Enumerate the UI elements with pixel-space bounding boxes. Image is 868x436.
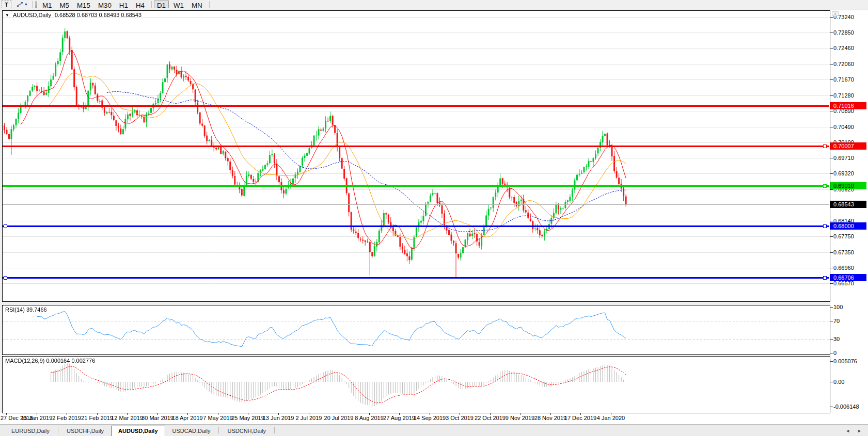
support-line-green[interactable]: [3, 185, 829, 187]
support-line-blue-upper-handle-left[interactable]: [4, 224, 7, 228]
date-label: 2 Jul 2019: [296, 415, 322, 421]
support-line-blue-upper-handle-right[interactable]: [823, 224, 827, 228]
timeframe-button-m15[interactable]: M15: [74, 1, 93, 8]
tab-separator: [218, 427, 219, 433]
support-line-blue-lower-handle-left[interactable]: [4, 276, 7, 280]
price-axis-tick: [830, 33, 833, 33]
price-axis-tick: [830, 268, 833, 268]
price-axis-label: 0.70490: [833, 124, 854, 130]
rsi-axis-tick: [830, 321, 833, 321]
tab-separator: [58, 427, 58, 433]
macd-axis-label: 0.005076: [833, 358, 857, 364]
price-axis-tick: [830, 158, 833, 158]
date-label: 14 Sep 2019: [414, 415, 446, 421]
date-label: 13 Jun 2019: [263, 415, 294, 421]
resistance-line-lower-handle-right[interactable]: [823, 144, 827, 148]
date-label: 12 Mar 2019: [111, 415, 143, 421]
date-label: 17 Dec 2019: [564, 415, 596, 421]
toolbar-grip[interactable]: [35, 1, 37, 8]
rsi-axis-tick: [830, 307, 833, 308]
price-axis-label: 0.67350: [833, 249, 854, 255]
support-line-blue-lower-handle-right[interactable]: [823, 276, 827, 280]
timeframe-button-h1[interactable]: H1: [116, 1, 131, 8]
resistance-line-lower-price-tag: 0.70007: [830, 142, 866, 150]
timeframe-button-d1[interactable]: D1: [154, 1, 169, 8]
price-axis-label: 0.67750: [833, 233, 854, 239]
rsi-canvas[interactable]: [3, 305, 830, 354]
timeframe-button-m1[interactable]: M1: [39, 1, 55, 8]
price-axis-tick: [830, 236, 833, 237]
date-label: 3 Oct 2019: [446, 415, 474, 421]
rsi-axis-label: 0: [833, 350, 837, 356]
tab-scroll-left-icon[interactable]: ◄: [845, 428, 850, 433]
support-line-blue-upper[interactable]: [3, 225, 829, 227]
chart-title: ▼ AUDUSD,Daily 0.68528 0.68703 0.68493 0…: [5, 12, 141, 18]
price-axis-label: 0.66960: [833, 265, 854, 271]
price-axis-tick: [830, 173, 833, 174]
date-label: 20 Jul 2019: [324, 415, 354, 421]
resistance-line-lower[interactable]: [3, 146, 829, 147]
chart-tab-usdcnh[interactable]: USDCNH,Daily: [220, 426, 273, 436]
support-line-blue-lower[interactable]: [3, 277, 829, 279]
timeframe-button-m30[interactable]: M30: [95, 1, 115, 8]
price-axis-tick: [830, 189, 833, 190]
macd-axis-label: -0.006148: [833, 403, 859, 410]
chart-tab-bar: EURUSD,DailyUSDCHF,DailyAUDUSD,DailyUSDC…: [0, 424, 868, 436]
resistance-line-upper-price-tag: 0.71016: [830, 102, 866, 109]
chart-tab-audusd[interactable]: AUDUSD,Daily: [111, 426, 165, 436]
rsi-axis-label: 100: [833, 304, 843, 310]
date-label: 4 Jan 2020: [597, 415, 625, 421]
chart-tab-eurusd[interactable]: EURUSD,Daily: [4, 426, 57, 436]
timeframe-button-mn[interactable]: MN: [188, 1, 206, 8]
toolbar: T ↗↙ ▼ M1M5M15M30H1H4D1W1MN: [0, 0, 868, 9]
date-label: 27 Aug 2019: [383, 415, 415, 421]
timeframe-button-m5[interactable]: M5: [56, 1, 72, 8]
date-label: 25 May 2019: [231, 415, 264, 421]
macd-label: MACD(12,26,9) 0.000164 0.002776: [5, 358, 95, 364]
price-axis-tick: [830, 64, 833, 64]
price-axis-tick: [830, 283, 833, 284]
date-label: 21 Feb 2019: [81, 415, 113, 421]
chart-tab-usdchf[interactable]: USDCHF,Daily: [59, 426, 111, 436]
tab-scroll-buttons: ◄►: [845, 428, 868, 436]
price-axis-tick: [830, 252, 833, 253]
timeframe-button-w1[interactable]: W1: [170, 1, 187, 8]
price-axis-label: 0.72460: [833, 45, 854, 51]
macd-panel: MACD(12,26,9) 0.000164 0.002776: [2, 356, 830, 413]
price-axis-label: 0.71280: [833, 92, 854, 99]
cursor-tool-button[interactable]: ↗↙ ▼: [14, 1, 30, 8]
date-label: 15 Jan 2019: [21, 415, 53, 421]
support-line-blue-upper-price-tag: 0.68000: [830, 222, 866, 230]
timeframe-button-h4[interactable]: H4: [133, 1, 148, 8]
rsi-axis-tick: [830, 339, 833, 340]
macd-axis-tick: [830, 407, 833, 407]
chart-menu-icon[interactable]: ▼: [5, 13, 9, 18]
price-axis-label: 0.69710: [833, 155, 854, 161]
price-chart-panel: ▼ AUDUSD,Daily 0.68528 0.68703 0.68493 0…: [2, 10, 830, 302]
price-axis-tick: [830, 79, 833, 80]
macd-axis-label: 0.00: [833, 379, 844, 385]
rsi-axis-label: 70: [833, 318, 840, 324]
price-axis-tick: [830, 95, 833, 96]
date-label: 22 Oct 2019: [475, 415, 506, 421]
price-axis-tick: [830, 127, 833, 127]
text-tool-button[interactable]: T: [2, 1, 11, 8]
price-axis-tick: [830, 48, 833, 49]
macd-canvas[interactable]: [3, 357, 830, 413]
support-line-green-price-tag: 0.69010: [830, 182, 866, 189]
chart-tab-usdcad[interactable]: USDCAD,Daily: [165, 426, 218, 436]
resistance-line-upper[interactable]: [3, 105, 829, 107]
scroll-corner-button[interactable]: ▲: [832, 11, 839, 16]
macd-axis-tick: [830, 361, 833, 362]
rsi-panel: RSI(14) 39.7466: [2, 305, 830, 355]
dropdown-caret-icon: ▼: [24, 3, 28, 6]
chart-symbol-label: AUDUSD,Daily: [13, 12, 51, 18]
toolbar-separator: [32, 1, 33, 8]
support-line-green-handle-right[interactable]: [823, 184, 827, 188]
diagonal-arrows-icon: ↗↙: [17, 1, 23, 8]
current-price-line[interactable]: [3, 204, 829, 205]
price-chart-canvas[interactable]: [3, 11, 830, 301]
tab-scroll-right-icon[interactable]: ►: [857, 428, 862, 433]
macd-axis-tick: [830, 382, 833, 382]
price-axis-label: 0.72060: [833, 61, 854, 67]
